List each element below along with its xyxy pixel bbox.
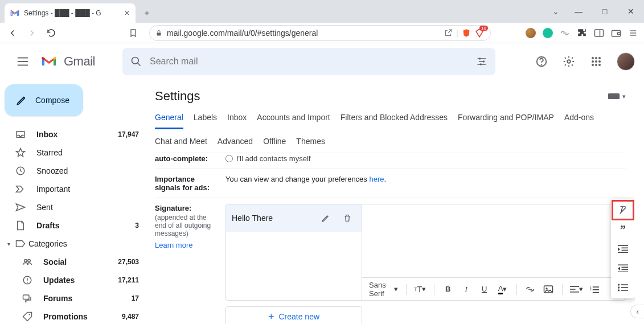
tab-accounts-and-import[interactable]: Accounts and Import [257, 110, 330, 124]
caret-down-icon: ▾ [394, 285, 398, 293]
auto-complete-radio[interactable] [225, 155, 233, 162]
signature-textarea[interactable] [362, 204, 625, 277]
importance-here-link[interactable]: here [369, 175, 384, 183]
svg-point-19 [592, 57, 594, 59]
remove-formatting-button[interactable] [612, 200, 634, 220]
main-area: Compose Inbox17,947StarredSnoozedImporta… [0, 80, 644, 324]
forward-button[interactable] [24, 25, 40, 41]
categories-toggle[interactable]: ▾ Categories [5, 235, 146, 253]
quote-button[interactable]: ” [612, 220, 634, 239]
create-new-signature-button[interactable]: + Create new [225, 306, 362, 324]
svg-point-57 [618, 289, 620, 291]
tab-close-icon[interactable]: ✕ [124, 9, 130, 17]
minimize-button[interactable]: ― [565, 0, 592, 23]
brave-icon[interactable] [462, 28, 471, 38]
svg-point-27 [598, 64, 601, 66]
svg-point-30 [28, 260, 31, 263]
insert-image-button[interactable] [540, 281, 556, 297]
new-tab-button[interactable]: ＋ [139, 5, 155, 21]
close-window-button[interactable]: ✕ [618, 0, 644, 23]
promo-icon [22, 311, 33, 322]
account-avatar[interactable] [617, 52, 635, 71]
tab-advanced[interactable]: Advanced [218, 134, 253, 148]
learn-more-link[interactable]: Learn more [155, 241, 218, 249]
grammarly-extension-icon[interactable] [542, 27, 554, 39]
tab-title: Settings - ███ - ███ - G [24, 9, 120, 17]
svg-point-17 [541, 64, 542, 65]
sidepanel-icon[interactable] [593, 27, 605, 39]
sidebar-item-social[interactable]: Social27,503 [5, 253, 146, 271]
main-menu-button[interactable] [9, 48, 36, 75]
link-extension-icon[interactable] [559, 27, 571, 39]
delete-signature-button[interactable] [339, 210, 356, 227]
tab-labels[interactable]: Labels [194, 110, 217, 124]
browser-tab[interactable]: Settings - ███ - ███ - G ✕ [5, 3, 136, 23]
gmail-header: Gmail [0, 43, 644, 80]
share-icon[interactable] [444, 28, 453, 38]
auto-complete-option[interactable]: I'll add contacts myself [225, 154, 310, 163]
sidebar-item-sent[interactable]: Sent [5, 198, 146, 216]
indent-decrease-button[interactable] [612, 259, 634, 278]
maximize-button[interactable]: □ [592, 0, 618, 23]
lock-icon [155, 29, 162, 37]
social-icon [22, 258, 33, 266]
insert-link-button[interactable] [522, 281, 538, 297]
bookmark-button[interactable] [125, 25, 141, 41]
sidebar-item-inbox[interactable]: Inbox17,947 [5, 125, 146, 143]
search-input[interactable] [150, 56, 468, 67]
text-color-button[interactable]: A▾ [495, 281, 511, 297]
search-bar[interactable] [122, 48, 495, 75]
tab-add-ons[interactable]: Add-ons [564, 110, 594, 124]
support-button[interactable] [530, 50, 553, 73]
italic-button[interactable]: I [458, 281, 474, 297]
sidebar-item-count: 9,487 [122, 313, 139, 321]
sidebar-item-snoozed[interactable]: Snoozed [5, 162, 146, 180]
sidebar-item-important[interactable]: Important [5, 180, 146, 198]
tab-offline[interactable]: Offline [263, 134, 286, 148]
browser-menu-icon[interactable] [627, 27, 639, 39]
font-select[interactable]: Sans Serif ▾ [367, 281, 400, 298]
sidebar-item-starred[interactable]: Starred [5, 143, 146, 162]
bold-button[interactable]: B [440, 281, 456, 297]
page-title: Settings [155, 89, 200, 104]
gmail-logo-icon[interactable] [41, 55, 57, 68]
indent-increase-button[interactable] [612, 239, 634, 259]
tab-inbox[interactable]: Inbox [227, 110, 247, 124]
apps-button[interactable] [585, 50, 608, 73]
svg-point-33 [27, 282, 28, 283]
compose-button[interactable]: Compose [5, 84, 83, 116]
sidebar-item-label: Promotions [43, 312, 112, 321]
categories-list: Social27,503Updates17,211Forums17Promoti… [5, 253, 146, 324]
align-button[interactable]: ▾ [568, 281, 584, 297]
underline-button[interactable]: U [477, 281, 493, 297]
tab-chat-and-meet[interactable]: Chat and Meet [155, 134, 207, 148]
edit-signature-button[interactable] [317, 210, 334, 227]
brave-shields-icon[interactable]: 10 [474, 28, 485, 38]
bulleted-list-button[interactable] [612, 278, 634, 297]
extensions-puzzle-icon[interactable] [576, 27, 588, 39]
numbered-list-button[interactable]: 12 [586, 281, 602, 297]
sidebar-item-drafts[interactable]: Drafts3 [5, 216, 146, 235]
tab-forwarding-and-pop-imap[interactable]: Forwarding and POP/IMAP [458, 110, 554, 124]
address-bar[interactable]: mail.google.com/mail/u/0/#settings/gener… [149, 25, 491, 41]
sidebar-item-promotions[interactable]: Promotions9,487 [5, 307, 146, 324]
back-button[interactable] [5, 25, 20, 41]
sidebar-item-updates[interactable]: Updates17,211 [5, 271, 146, 289]
tab-dropdown-icon[interactable]: ⌄ [546, 0, 565, 23]
font-size-button[interactable]: TT▾ [412, 281, 428, 297]
svg-point-56 [618, 286, 620, 288]
input-tools-button[interactable]: ▾ [608, 92, 626, 100]
side-panel-toggle[interactable]: ‹ [630, 305, 644, 318]
tab-general[interactable]: General [155, 110, 183, 129]
search-options-icon[interactable] [476, 56, 487, 67]
forums-icon [22, 294, 33, 303]
tab-filters-and-blocked-addresses[interactable]: Filters and Blocked Addresses [341, 110, 448, 124]
signature-item[interactable]: Hello There [226, 204, 362, 232]
settings-button[interactable] [557, 50, 580, 73]
sidebar-item-forums[interactable]: Forums17 [5, 289, 146, 307]
wallet-icon[interactable] [610, 27, 622, 39]
tab-themes[interactable]: Themes [296, 134, 325, 148]
reload-button[interactable] [43, 25, 59, 41]
cookie-extension-icon[interactable] [524, 27, 537, 39]
importance-label: Importance signals for ads: [155, 175, 218, 192]
